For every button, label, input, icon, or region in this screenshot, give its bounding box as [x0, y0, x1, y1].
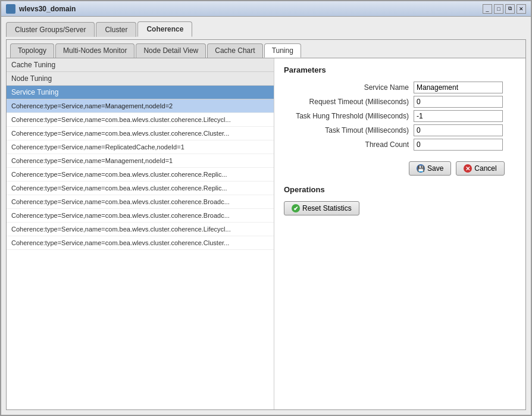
tab-cluster-groups[interactable]: Cluster Groups/Server	[6, 22, 95, 37]
param-row: Task Hung Threshold (Milliseconds)	[284, 110, 516, 122]
sub-tab-node-detail[interactable]: Node Detail View	[136, 43, 206, 58]
param-label: Task Timout (Milliseconds)	[284, 126, 409, 135]
service-item[interactable]: Coherence:type=Service,name=com.bea.wlev…	[7, 127, 274, 140]
cancel-button[interactable]: ✕ Cancel	[456, 161, 504, 176]
node-tuning-group[interactable]: Node Tuning	[7, 72, 274, 86]
param-row: Request Timeout (Milliseconds)	[284, 96, 516, 108]
cache-tuning-group[interactable]: Cache Tuning	[7, 58, 274, 72]
main-content: Cluster Groups/Server Cluster Coherence …	[1, 17, 531, 415]
right-panel: Parameters Service NameRequest Timeout (…	[274, 58, 525, 409]
param-label: Request Timeout (Milliseconds)	[284, 98, 409, 106]
maximize-button[interactable]: □	[494, 4, 503, 14]
param-label: Task Hung Threshold (Milliseconds)	[284, 112, 409, 120]
service-item[interactable]: Coherence:type=Service,name=com.bea.wlev…	[7, 168, 274, 182]
service-item[interactable]: Coherence:type=Service,name=com.bea.wlev…	[7, 182, 274, 195]
param-row: Task Timout (Milliseconds)	[284, 124, 516, 136]
sub-tab-cache-chart[interactable]: Cache Chart	[207, 43, 262, 58]
parameters-title: Parameters	[284, 65, 516, 74]
inner-panel: Topology Multi-Nodes Monitor Node Detail…	[6, 39, 526, 410]
param-input-2[interactable]	[414, 110, 503, 122]
save-icon: 💾	[417, 164, 425, 173]
service-item[interactable]: Coherence:type=Service,name=com.bea.wlev…	[7, 195, 274, 209]
service-item[interactable]: Coherence:type=Service,name=Management,n…	[7, 99, 274, 113]
param-row: Thread Count	[284, 139, 516, 151]
param-input-0[interactable]	[414, 82, 503, 93]
title-bar: wlevs30_domain _ □ ⧉ ✕	[1, 1, 531, 17]
save-cancel-row: 💾 Save ✕ Cancel	[409, 161, 516, 176]
operations-row: ✔ Reset Statistics	[284, 201, 516, 215]
close-button[interactable]: ✕	[517, 4, 526, 14]
service-item[interactable]: Coherence:type=Service,name=Management,n…	[7, 154, 274, 168]
param-input-3[interactable]	[414, 124, 503, 136]
param-fields: Service NameRequest Timeout (Millisecond…	[284, 82, 516, 153]
sub-tab-tuning[interactable]: Tuning	[264, 43, 301, 58]
reset-icon: ✔	[292, 204, 300, 212]
service-item[interactable]: Coherence:type=Service,name=ReplicatedCa…	[7, 140, 274, 154]
param-label: Thread Count	[284, 140, 409, 149]
sub-tab-multi-nodes[interactable]: Multi-Nodes Monitor	[55, 43, 134, 58]
content-area: Cache Tuning Node Tuning Service Tuning …	[7, 58, 525, 409]
minimize-button[interactable]: _	[483, 4, 492, 14]
tab-coherence[interactable]: Coherence	[137, 21, 192, 37]
service-list: Coherence:type=Service,name=Management,n…	[7, 99, 274, 409]
param-label: Service Name	[284, 83, 409, 92]
window-title: wlevs30_domain	[19, 5, 76, 13]
sub-tab-topology[interactable]: Topology	[10, 43, 54, 58]
cancel-icon: ✕	[464, 164, 472, 173]
reset-statistics-button[interactable]: ✔ Reset Statistics	[284, 201, 359, 215]
sub-tab-bar: Topology Multi-Nodes Monitor Node Detail…	[7, 40, 525, 58]
save-button[interactable]: 💾 Save	[409, 161, 451, 176]
param-row: Service Name	[284, 82, 516, 93]
tab-cluster[interactable]: Cluster	[96, 22, 136, 37]
param-input-1[interactable]	[414, 96, 503, 108]
service-item[interactable]: Coherence:type=Service,name=com.bea.wlev…	[7, 223, 274, 236]
operations-title: Operations	[284, 185, 516, 194]
service-item[interactable]: Coherence:type=Service,name=com.bea.wlev…	[7, 113, 274, 127]
main-window: wlevs30_domain _ □ ⧉ ✕ Cluster Groups/Se…	[0, 0, 532, 416]
service-item[interactable]: Coherence:type=Service,name=com.bea.wlev…	[7, 236, 274, 250]
restore-button[interactable]: ⧉	[505, 4, 515, 14]
service-item[interactable]: Coherence:type=Service,name=com.bea.wlev…	[7, 209, 274, 223]
top-tab-bar: Cluster Groups/Server Cluster Coherence	[6, 21, 526, 37]
app-icon	[6, 4, 15, 14]
title-buttons: _ □ ⧉ ✕	[483, 4, 526, 14]
service-tuning-group[interactable]: Service Tuning	[7, 86, 274, 99]
title-bar-left: wlevs30_domain	[6, 4, 76, 14]
param-input-4[interactable]	[414, 139, 503, 151]
left-panel: Cache Tuning Node Tuning Service Tuning …	[7, 58, 274, 409]
